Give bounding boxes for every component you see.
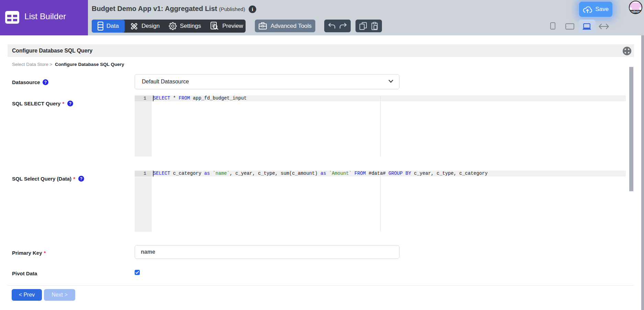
svg-text:?: ? [69, 101, 71, 106]
svg-text:?: ? [44, 80, 47, 85]
svg-text:i: i [252, 7, 253, 12]
svg-text:?: ? [80, 176, 82, 181]
